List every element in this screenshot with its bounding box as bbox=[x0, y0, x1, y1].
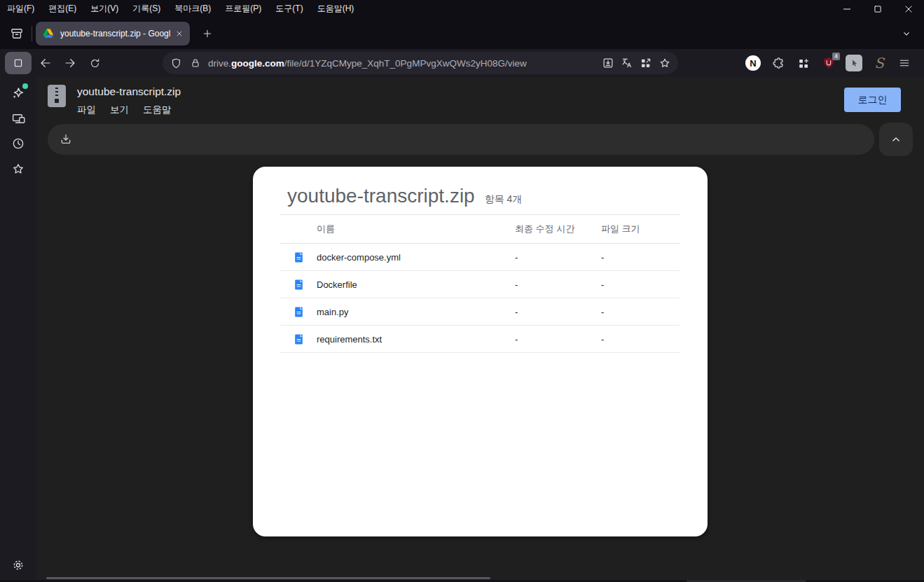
file-size: - bbox=[601, 252, 680, 263]
login-button[interactable]: 로그인 bbox=[844, 88, 901, 112]
grid-arrow-icon[interactable] bbox=[636, 54, 655, 73]
save-page-icon[interactable] bbox=[598, 54, 617, 73]
maximize-button[interactable] bbox=[862, 0, 893, 18]
google-drive-favicon bbox=[43, 28, 54, 39]
hand-cursor-icon bbox=[846, 55, 862, 71]
browser-window: 파일(F) 편집(E) 보기(V) 기록(S) 북마크(B) 프로필(P) 도구… bbox=[0, 0, 924, 582]
notion-extension-button[interactable]: N bbox=[740, 52, 766, 74]
app-menu-button[interactable] bbox=[892, 52, 917, 74]
sidebar-history-button[interactable] bbox=[6, 131, 31, 156]
lock-icon[interactable] bbox=[186, 54, 205, 73]
column-name: 이름 bbox=[317, 223, 515, 235]
notion-icon: N bbox=[745, 55, 761, 71]
ublock-extension-button[interactable]: 4 bbox=[816, 52, 841, 74]
nav-toolbar: drive.google.com/file/d/1YZqCMype_XqhT_0… bbox=[0, 49, 924, 77]
item-count: 항목 4개 bbox=[485, 193, 523, 206]
file-name: docker-compose.yml bbox=[317, 252, 515, 263]
sidebar-ai-chatbot-button[interactable] bbox=[6, 81, 31, 106]
file-doc-icon bbox=[280, 279, 317, 291]
menu-tools[interactable]: 도구(T) bbox=[268, 0, 310, 18]
minimize-button[interactable] bbox=[832, 0, 862, 18]
gray-extension-button[interactable] bbox=[841, 52, 867, 74]
tab-bar: youtube-transcript.zip - Googl bbox=[0, 18, 924, 49]
drive-menubar: 파일 보기 도움말 bbox=[77, 104, 172, 116]
clock-icon bbox=[11, 137, 25, 151]
chevron-down-icon bbox=[901, 28, 912, 39]
menu-file[interactable]: 파일(F) bbox=[0, 0, 41, 18]
tab-close-button[interactable] bbox=[172, 27, 186, 41]
card-title-row: youtube-transcript.zip 항목 4개 bbox=[253, 167, 708, 207]
download-icon bbox=[59, 132, 73, 146]
menu-edit[interactable]: 편집(E) bbox=[41, 0, 83, 18]
sidebar-settings-button[interactable] bbox=[6, 553, 31, 578]
file-name: main.py bbox=[317, 307, 515, 317]
active-tab[interactable]: youtube-transcript.zip - Googl bbox=[36, 22, 190, 46]
back-button[interactable] bbox=[35, 53, 56, 74]
table-row[interactable]: requirements.txt - - bbox=[280, 326, 680, 353]
table-row[interactable]: Dockerfile - - bbox=[280, 271, 680, 298]
forward-button[interactable] bbox=[60, 53, 81, 74]
close-icon bbox=[904, 4, 913, 14]
archive-box-icon bbox=[10, 27, 24, 41]
window-controls bbox=[832, 0, 924, 18]
menu-view[interactable]: 보기(V) bbox=[83, 0, 125, 18]
sidebar-synced-tabs-button[interactable] bbox=[6, 106, 31, 131]
menu-history[interactable]: 기록(S) bbox=[125, 0, 167, 18]
zip-file-icon bbox=[48, 85, 66, 107]
download-button[interactable] bbox=[52, 125, 80, 153]
menubar: 파일(F) 편집(E) 보기(V) 기록(S) 북마크(B) 프로필(P) 도구… bbox=[0, 0, 924, 18]
file-doc-icon bbox=[280, 251, 317, 263]
file-modified: - bbox=[515, 252, 601, 263]
puzzle-icon bbox=[772, 57, 785, 70]
collapse-toolbar-button[interactable] bbox=[879, 123, 913, 156]
url-bar[interactable]: drive.google.com/file/d/1YZqCMype_XqhT_0… bbox=[163, 52, 678, 74]
zip-contents-card: youtube-transcript.zip 항목 4개 이름 최종 수정 시간… bbox=[253, 167, 708, 536]
column-size: 파일 크기 bbox=[601, 223, 680, 235]
menu-profiles[interactable]: 프로필(P) bbox=[218, 0, 268, 18]
script-s-icon: S bbox=[874, 55, 884, 71]
devices-icon bbox=[11, 111, 26, 126]
url-text: drive.google.com/file/d/1YZqCMype_XqhT_0… bbox=[208, 58, 598, 69]
tab-title: youtube-transcript.zip - Googl bbox=[60, 29, 171, 39]
menu-help[interactable]: 도움말(H) bbox=[310, 0, 361, 18]
sidebar bbox=[0, 77, 36, 582]
online-indicator-dot bbox=[22, 83, 28, 89]
chevron-up-icon bbox=[889, 132, 903, 146]
new-tab-button[interactable] bbox=[196, 22, 219, 45]
file-table: 이름 최종 수정 시간 파일 크기 docker-compose.yml - -… bbox=[280, 214, 680, 353]
drive-menu-help[interactable]: 도움말 bbox=[143, 104, 172, 116]
sidebar-panel-icon bbox=[13, 57, 24, 69]
table-row[interactable]: docker-compose.yml - - bbox=[280, 244, 680, 271]
list-all-tabs-button[interactable] bbox=[896, 23, 917, 44]
minimize-icon bbox=[842, 4, 852, 14]
drive-menu-view[interactable]: 보기 bbox=[110, 104, 129, 116]
squares-plus-extension-button[interactable] bbox=[791, 52, 816, 74]
horizontal-scrollbar-thumb[interactable] bbox=[46, 577, 490, 579]
extensions-button[interactable] bbox=[766, 52, 791, 74]
translate-icon[interactable] bbox=[617, 54, 636, 73]
maximize-icon bbox=[873, 4, 883, 14]
plus-icon bbox=[202, 28, 213, 39]
bookmark-star-icon[interactable] bbox=[655, 54, 674, 73]
hamburger-icon bbox=[898, 57, 911, 69]
drive-toolbar bbox=[48, 124, 874, 155]
firefox-view-button[interactable] bbox=[6, 22, 28, 45]
star-icon bbox=[11, 162, 25, 176]
sidebar-bookmarks-button[interactable] bbox=[6, 156, 31, 181]
file-name: Dockerfile bbox=[317, 279, 515, 290]
menu-bookmarks[interactable]: 북마크(B) bbox=[167, 0, 218, 18]
table-row[interactable]: main.py - - bbox=[280, 298, 680, 326]
script-extension-button[interactable]: S bbox=[867, 52, 892, 74]
drive-file-title: youtube-transcript.zip bbox=[77, 85, 181, 98]
sidebar-toggle-button[interactable] bbox=[5, 52, 32, 74]
tracking-shield-icon[interactable] bbox=[167, 54, 186, 73]
tab-divider bbox=[32, 26, 32, 41]
close-button[interactable] bbox=[893, 0, 924, 18]
reload-button[interactable] bbox=[84, 53, 105, 74]
ublock-badge: 4 bbox=[832, 53, 840, 60]
drive-menu-file[interactable]: 파일 bbox=[77, 104, 96, 116]
file-modified: - bbox=[515, 334, 601, 345]
file-doc-icon bbox=[280, 306, 317, 318]
card-title: youtube-transcript.zip bbox=[287, 185, 475, 207]
file-modified: - bbox=[515, 307, 601, 317]
